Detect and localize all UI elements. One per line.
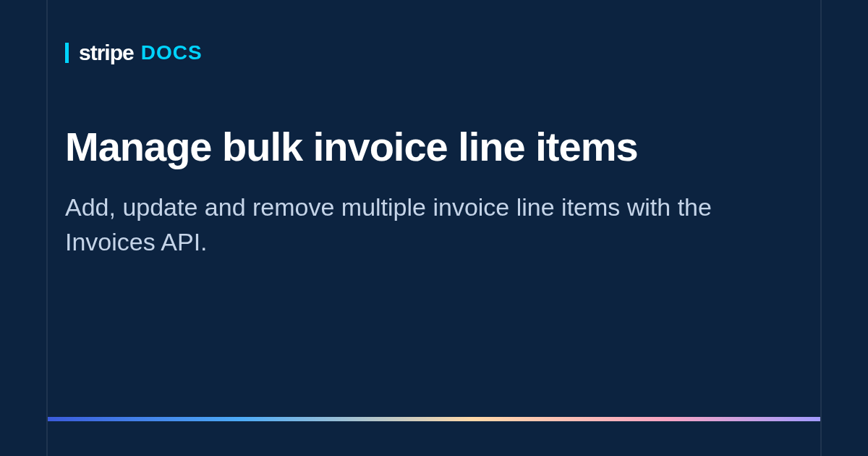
gradient-divider xyxy=(48,417,820,421)
brand-logo: stripe xyxy=(79,41,134,65)
page-title: Manage bulk invoice line items xyxy=(65,123,803,170)
section-label: DOCS xyxy=(141,41,203,64)
header: stripe DOCS xyxy=(65,0,803,65)
accent-bar-icon xyxy=(65,43,69,63)
content-container: stripe DOCS Manage bulk invoice line ite… xyxy=(65,0,803,456)
frame-border-right xyxy=(820,0,822,456)
page-subtitle: Add, update and remove multiple invoice … xyxy=(65,190,803,259)
frame-border-left xyxy=(46,0,48,456)
